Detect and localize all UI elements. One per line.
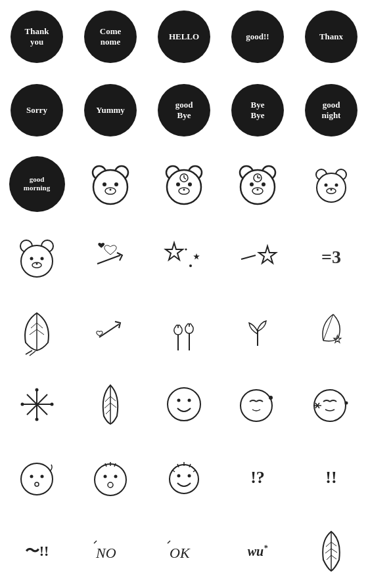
svg-point-21 (262, 182, 265, 186)
cell-tulips[interactable] (147, 294, 221, 368)
cell-sorry[interactable]: Sorry (0, 74, 74, 147)
svg-line-107 (168, 541, 170, 543)
cell-sprout[interactable] (221, 294, 294, 368)
svg-point-89 (95, 464, 126, 495)
cell-text-wu[interactable]: wu* (221, 514, 294, 588)
svg-point-65 (35, 388, 38, 391)
cell-feather-star[interactable] (294, 294, 368, 368)
cell-text-no[interactable]: NO (74, 514, 147, 588)
svg-point-45 (185, 248, 187, 250)
svg-point-97 (177, 474, 180, 477)
cell-feather-fancy[interactable] (294, 514, 368, 588)
svg-point-38 (41, 257, 44, 260)
svg-marker-42 (166, 243, 183, 260)
svg-text:NO: NO (95, 545, 116, 561)
cell-text-double-exclaim[interactable]: !! (294, 441, 368, 514)
svg-point-2 (93, 170, 127, 204)
emoji-grid: Thankyou Comenome HELLO good!! Thanx Sor… (0, 0, 368, 588)
svg-point-81 (344, 402, 348, 405)
svg-point-37 (30, 257, 34, 260)
cell-arrow-heart[interactable] (74, 220, 147, 294)
cell-yummy[interactable]: Yummy (74, 74, 147, 147)
svg-point-6 (110, 189, 112, 191)
svg-line-55 (99, 324, 119, 337)
svg-marker-46 (259, 246, 276, 263)
cell-flower-asterisk[interactable] (0, 368, 74, 441)
svg-point-36 (21, 245, 53, 277)
cell-face-smile[interactable] (147, 368, 221, 441)
svg-point-78 (241, 390, 272, 421)
svg-point-76 (177, 399, 181, 402)
svg-point-4 (114, 182, 118, 186)
svg-point-13 (183, 189, 185, 191)
cell-face-circle[interactable] (0, 441, 74, 514)
svg-point-87 (41, 475, 44, 478)
cell-stars[interactable] (147, 220, 221, 294)
cell-squiggle-3[interactable]: =3 (294, 220, 368, 294)
svg-point-3 (103, 182, 106, 186)
svg-point-67 (20, 402, 24, 406)
svg-point-29 (317, 173, 346, 202)
svg-point-91 (114, 474, 118, 478)
svg-point-85 (21, 463, 53, 495)
cell-bear-clock[interactable] (147, 147, 221, 220)
svg-point-10 (176, 182, 180, 186)
svg-point-23 (257, 189, 259, 191)
svg-point-79 (269, 396, 273, 400)
svg-line-53 (26, 350, 32, 354)
svg-point-90 (104, 474, 107, 478)
svg-point-66 (35, 417, 38, 421)
svg-point-75 (168, 388, 200, 421)
cell-good[interactable]: good!! (221, 0, 294, 74)
cell-leaf-feather[interactable] (0, 294, 74, 368)
cell-goodmorning[interactable]: goodmorning (0, 147, 74, 220)
svg-point-19 (241, 170, 275, 204)
svg-line-105 (94, 541, 97, 543)
cell-bye-bye[interactable]: ByeBye (221, 74, 294, 147)
cell-bear-plain[interactable] (74, 147, 147, 220)
svg-point-9 (167, 170, 201, 204)
svg-line-47 (241, 255, 256, 259)
svg-marker-43 (193, 253, 200, 260)
svg-point-40 (36, 262, 38, 264)
cell-bear-clock2[interactable] (221, 147, 294, 220)
cell-face-sleepy[interactable] (221, 368, 294, 441)
svg-line-41 (97, 255, 120, 264)
cell-come-home[interactable]: Comenome (74, 0, 147, 74)
cell-bear-small[interactable] (294, 147, 368, 220)
cell-text-ok[interactable]: OK (147, 514, 221, 588)
cell-face-surprised[interactable] (74, 441, 147, 514)
cell-text-interrobang[interactable]: !? (221, 441, 294, 514)
svg-point-33 (331, 189, 333, 191)
cell-hello[interactable]: HELLO (147, 0, 221, 74)
cell-bear-round[interactable] (0, 220, 74, 294)
svg-point-31 (335, 184, 338, 187)
cell-goodbye[interactable]: goodBye (147, 74, 221, 147)
svg-point-96 (170, 465, 198, 494)
cell-thank-you[interactable]: Thankyou (0, 0, 74, 74)
svg-point-68 (50, 402, 53, 406)
cell-face-sunburst[interactable] (147, 441, 221, 514)
cell-goodnight[interactable]: goodnight (294, 74, 368, 147)
svg-point-11 (188, 182, 192, 186)
svg-point-44 (189, 264, 192, 267)
cell-arrow-small[interactable] (74, 294, 147, 368)
cell-feather[interactable] (74, 368, 147, 441)
svg-point-20 (250, 182, 254, 186)
cell-star-dash[interactable] (221, 220, 294, 294)
svg-point-30 (325, 184, 328, 187)
svg-point-77 (188, 399, 191, 402)
cell-text-wave-exclaim[interactable]: 〜!! (0, 514, 74, 588)
svg-point-98 (187, 474, 191, 477)
svg-text:OK: OK (170, 545, 191, 561)
cell-thanx[interactable]: Thanx (294, 0, 368, 74)
svg-point-86 (30, 475, 34, 478)
cell-face-content[interactable] (294, 368, 368, 441)
